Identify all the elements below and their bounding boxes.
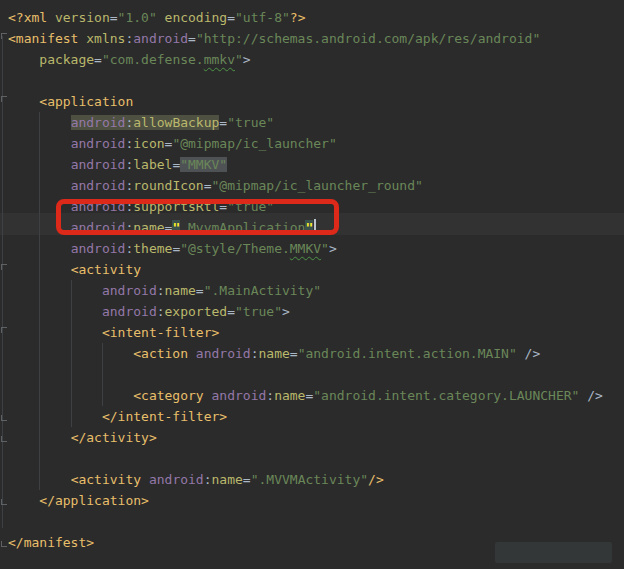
code-token: name [165, 283, 196, 298]
code-line: android:supportsRtl="true" [8, 196, 603, 217]
code-editor[interactable]: <?xml version="1.0" encoding="utf-8"?><m… [0, 0, 624, 569]
code-token [8, 346, 133, 361]
code-token: android [71, 220, 126, 235]
code-line: </intent-filter> [8, 406, 603, 427]
code-line [8, 70, 603, 91]
code-token: name [274, 388, 305, 403]
code-token: "@style/Theme. [180, 241, 290, 256]
code-token: "android.intent.category.LAUNCHER" [313, 388, 579, 403]
code-token: package [39, 52, 94, 67]
code-token [8, 52, 39, 67]
code-line: <intent-filter> [8, 322, 603, 343]
code-token [8, 220, 71, 235]
code-token: <activity [71, 262, 141, 277]
code-token [8, 136, 71, 151]
code-token [8, 241, 71, 256]
code-token: </intent-filter> [102, 409, 227, 424]
code-token: <category [133, 388, 211, 403]
code-token: "@mipmap/ic_launcher" [172, 136, 336, 151]
code-token: <?xml [8, 10, 55, 25]
code-token: xmlns [86, 31, 125, 46]
code-line: <?xml version="1.0" encoding="utf-8"?> [8, 7, 603, 28]
code-token: /> [368, 472, 384, 487]
code-token: " [305, 220, 313, 235]
code-token: " [235, 52, 243, 67]
code-token: supportsRtl [133, 199, 219, 214]
code-token: MMKV [290, 241, 321, 256]
code-token: ?> [290, 10, 306, 25]
code-token: = [196, 283, 204, 298]
code-token [8, 430, 71, 445]
code-line: <application [8, 91, 603, 112]
code-token: exported [165, 304, 228, 319]
code-token: : [157, 283, 165, 298]
code-line: <manifest xmlns:android="http://schemas.… [8, 28, 603, 49]
code-line: android:exported="true"> [8, 301, 603, 322]
code-token: android [133, 31, 188, 46]
code-token: = [188, 31, 196, 46]
code-token [8, 283, 102, 298]
code-token: android [71, 157, 126, 172]
code-token: : [204, 472, 212, 487]
code-token: mmkv [204, 52, 235, 67]
code-token: " [321, 241, 329, 256]
code-token: : [157, 304, 165, 319]
code-token [8, 178, 71, 193]
code-token: android [212, 388, 267, 403]
code-line: android:theme="@style/Theme.MMKV"> [8, 238, 603, 259]
code-token [8, 325, 102, 340]
code-token: <application [39, 94, 133, 109]
code-line: android:name=".MainActivity" [8, 280, 603, 301]
code-token: <intent-filter> [102, 325, 219, 340]
code-line [8, 511, 603, 532]
code-token: : [266, 388, 274, 403]
code-line: android:allowBackup="true" [8, 112, 603, 133]
code-token: </manifest> [8, 535, 94, 550]
code-token: roundIcon [133, 178, 203, 193]
code-token: /> [579, 388, 602, 403]
code-token: allowBackup [133, 115, 219, 130]
code-line: <action android:name="android.intent.act… [8, 343, 603, 364]
text-caret [314, 219, 316, 235]
code-token: "true" [235, 304, 282, 319]
code-token: ".MainActivity" [204, 283, 321, 298]
code-token: "android.intent.action.MAIN" [298, 346, 517, 361]
code-token: .MvvmApplication [180, 220, 305, 235]
code-token: ".MVVMActivity" [251, 472, 368, 487]
code-token: label [133, 157, 172, 172]
code-token: = [219, 115, 227, 130]
code-token: </activity> [71, 430, 157, 445]
code-token: "com.defense. [102, 52, 204, 67]
code-token: = [227, 10, 235, 25]
code-token: version [55, 10, 110, 25]
code-line [8, 448, 603, 469]
code-token: name [133, 220, 164, 235]
code-token: name [258, 346, 289, 361]
code-line: </activity> [8, 427, 603, 448]
code-token [8, 304, 102, 319]
code-line: android:name=".MvvmApplication" [8, 217, 603, 238]
code-token: android [196, 346, 251, 361]
code-token: android [71, 241, 126, 256]
code-token: = [227, 304, 235, 319]
code-line: <category android:name="android.intent.c… [8, 385, 603, 406]
code-token: encoding [165, 10, 228, 25]
code-token: /> [517, 346, 540, 361]
code-token: android [149, 472, 204, 487]
code-token [8, 493, 39, 508]
code-token [8, 262, 71, 277]
bottom-right-overlay [495, 542, 612, 563]
code-line: </application> [8, 490, 603, 511]
code-token: = [110, 10, 118, 25]
code-token: "1.0" [118, 10, 157, 25]
code-lines: <?xml version="1.0" encoding="utf-8"?><m… [0, 0, 603, 553]
code-token: <activity [71, 472, 149, 487]
code-token: "MMKV" [180, 157, 227, 172]
code-line: <activity android:name=".MVVMActivity"/> [8, 469, 603, 490]
code-token [8, 157, 71, 172]
code-line: android:label="MMKV" [8, 154, 603, 175]
code-token: icon [133, 136, 164, 151]
code-token: theme [133, 241, 172, 256]
code-token: android [102, 283, 157, 298]
code-token: > [282, 304, 290, 319]
